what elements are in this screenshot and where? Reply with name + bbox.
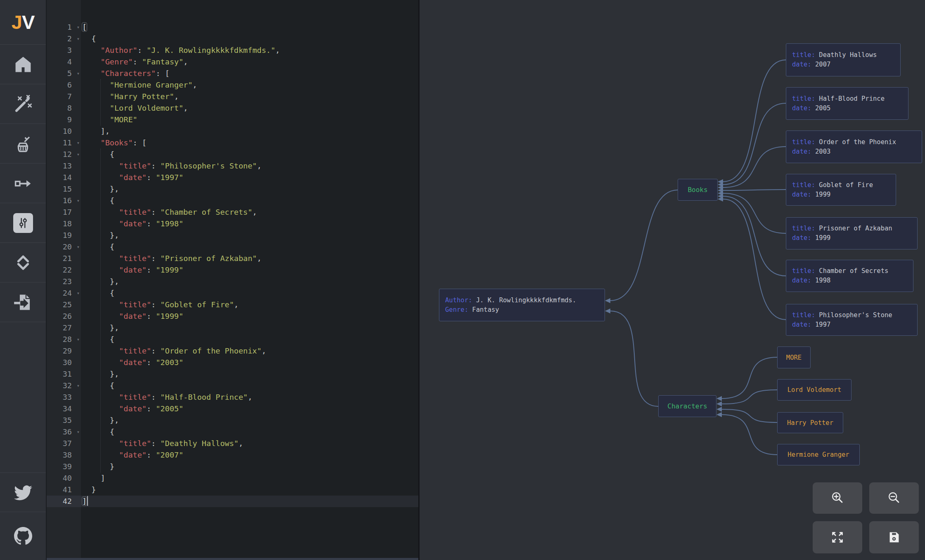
code-line-26[interactable]: "date": "1999" bbox=[81, 311, 418, 322]
code-line-21[interactable]: "title": "Prisoner of Azkaban", bbox=[81, 253, 418, 264]
arrowhead-icon bbox=[716, 401, 722, 406]
twitter-link[interactable] bbox=[0, 472, 46, 512]
node-book-deathly-hallows[interactable]: title: Deathly Hallowsdate: 2007 bbox=[786, 43, 901, 76]
code-line-27[interactable]: }, bbox=[81, 322, 418, 334]
adjustments-button[interactable] bbox=[0, 203, 46, 242]
code-line-39[interactable]: } bbox=[81, 461, 418, 472]
code-line-10[interactable]: ], bbox=[81, 126, 418, 137]
code-line-6[interactable]: "Hermione Granger", bbox=[81, 79, 418, 91]
code-line-29[interactable]: "title": "Order of the Phoenix", bbox=[81, 345, 418, 357]
code-line-13[interactable]: "title": "Philosopher's Stone", bbox=[81, 160, 418, 172]
code-line-24[interactable]: { bbox=[81, 287, 418, 299]
fold-arrow-icon[interactable]: ▾ bbox=[77, 149, 80, 160]
import-file-button[interactable] bbox=[0, 282, 46, 322]
code-line-34[interactable]: "date": "2005" bbox=[81, 403, 418, 415]
code-line-15[interactable]: }, bbox=[81, 183, 418, 195]
node-book-philosophers-stone[interactable]: title: Philosopher's Stonedate: 1997 bbox=[786, 304, 918, 336]
code-line-22[interactable]: "date": "1999" bbox=[81, 264, 418, 276]
code-line-11[interactable]: "Books": [ bbox=[81, 137, 418, 149]
fold-arrow-icon[interactable]: ▾ bbox=[77, 68, 80, 79]
code-line-35[interactable]: }, bbox=[81, 415, 418, 426]
code-line-7[interactable]: "Harry Potter", bbox=[81, 91, 418, 102]
node-character-harry-potter[interactable]: Harry Potter bbox=[777, 412, 843, 433]
code-line-30[interactable]: "date": "2003" bbox=[81, 357, 418, 368]
fold-arrow-icon[interactable]: ▾ bbox=[77, 380, 80, 391]
node-value: 2003 bbox=[811, 148, 831, 155]
zoom-out-button[interactable] bbox=[869, 482, 919, 514]
node-book-goblet-of-fire[interactable]: title: Goblet of Firedate: 1999 bbox=[786, 174, 896, 206]
fold-arrow-icon[interactable]: ▾ bbox=[77, 195, 80, 206]
json-string: "Prisoner of Azkaban" bbox=[160, 254, 257, 263]
code-line-36[interactable]: { bbox=[81, 426, 418, 438]
code-line-14[interactable]: "date": "1997" bbox=[81, 172, 418, 183]
node-row: Author: J. K. Rowlingkkkkfdkmfmds. bbox=[445, 296, 605, 305]
code-line-16[interactable]: { bbox=[81, 195, 418, 206]
fold-arrow-icon[interactable]: ▾ bbox=[77, 288, 80, 299]
node-root[interactable]: Author: J. K. Rowlingkkkkfdkmfmds.Genre:… bbox=[439, 289, 605, 321]
code-line-1[interactable]: [ bbox=[81, 21, 418, 33]
edge bbox=[722, 390, 777, 404]
code-line-33[interactable]: "title": "Half-Blood Prince", bbox=[81, 392, 418, 403]
code-line-5[interactable]: "Characters": [ bbox=[81, 68, 418, 79]
code-line-17[interactable]: "title": "Chamber of Secrets", bbox=[81, 206, 418, 218]
gutter-line-27: 27 bbox=[47, 322, 81, 334]
node-book-prisoner-of-azkaban[interactable]: title: Prisoner of Azkabandate: 1999 bbox=[786, 217, 918, 249]
home-button[interactable] bbox=[0, 44, 46, 84]
code-line-31[interactable]: }, bbox=[81, 368, 418, 380]
json-editor[interactable]: 1▾2▾345▾67891011▾12▾13141516▾17181920▾21… bbox=[47, 0, 420, 560]
node-characters[interactable]: Characters bbox=[658, 395, 716, 417]
fullscreen-button[interactable] bbox=[813, 521, 862, 553]
code-line-28[interactable]: { bbox=[81, 334, 418, 345]
json-punctuation: : bbox=[151, 346, 160, 355]
magic-wand-button[interactable] bbox=[0, 84, 46, 123]
node-character-more[interactable]: MORE bbox=[777, 346, 811, 368]
code-line-4[interactable]: "Genre": "Fantasy", bbox=[81, 56, 418, 68]
node-row: title: Chamber of Secrets bbox=[792, 266, 913, 276]
node-books[interactable]: Books bbox=[678, 179, 718, 201]
code-line-18[interactable]: "date": "1998" bbox=[81, 218, 418, 230]
code-line-38[interactable]: "date": "2007" bbox=[81, 449, 418, 461]
fold-arrow-icon[interactable]: ▾ bbox=[77, 427, 80, 437]
code-line-37[interactable]: "title": "Deathly Hallows", bbox=[81, 438, 418, 449]
github-link[interactable] bbox=[0, 512, 46, 560]
code-line-32[interactable]: { bbox=[81, 380, 418, 392]
code-line-19[interactable]: }, bbox=[81, 230, 418, 241]
node-label: Characters bbox=[667, 402, 707, 410]
node-character-lord-voldemort[interactable]: Lord Voldemort bbox=[777, 379, 851, 401]
arrowhead-icon bbox=[716, 396, 722, 401]
json-punctuation: [ bbox=[82, 23, 87, 31]
code-line-3[interactable]: "Author": "J. K. Rowlingkkkkfdkmfmds.", bbox=[81, 45, 418, 56]
node-value: Half-Blood Prince bbox=[815, 95, 885, 102]
code-line-25[interactable]: "title": "Goblet of Fire", bbox=[81, 299, 418, 311]
fold-arrow-icon[interactable]: ▾ bbox=[77, 242, 80, 252]
node-row: title: Half-Blood Prince bbox=[792, 94, 908, 104]
code-line-20[interactable]: { bbox=[81, 241, 418, 253]
jv-logo[interactable]: JV bbox=[0, 0, 46, 44]
code-line-42[interactable]: ] bbox=[81, 496, 418, 507]
code-line-8[interactable]: "Lord Voldemort", bbox=[81, 102, 418, 114]
code-line-2[interactable]: { bbox=[81, 33, 418, 45]
graph-panel[interactable]: Author: J. K. Rowlingkkkkfdkmfmds.Genre:… bbox=[420, 0, 925, 560]
node-book-chamber-of-secrets[interactable]: title: Chamber of Secretsdate: 1998 bbox=[786, 260, 913, 292]
edge bbox=[723, 193, 786, 233]
fold-arrow-icon[interactable]: ▾ bbox=[77, 33, 80, 44]
save-button[interactable] bbox=[869, 521, 919, 553]
editor-code-area[interactable]: [ { "Author": "J. K. Rowlingkkkkfdkmfmds… bbox=[81, 0, 418, 560]
code-line-9[interactable]: "MORE" bbox=[81, 114, 418, 126]
direction-arrow-button[interactable] bbox=[0, 163, 46, 203]
node-book-order-of-the-phoenix[interactable]: title: Order of the Phoenixdate: 2003 bbox=[786, 131, 922, 163]
code-line-12[interactable]: { bbox=[81, 149, 418, 160]
code-line-41[interactable]: } bbox=[81, 484, 418, 496]
fold-arrow-icon[interactable]: ▾ bbox=[77, 138, 80, 148]
code-line-23[interactable]: }, bbox=[81, 276, 418, 287]
fold-arrow-icon[interactable]: ▾ bbox=[77, 334, 80, 345]
json-string: "1999" bbox=[156, 266, 183, 274]
expand-collapse-button[interactable] bbox=[0, 242, 46, 282]
node-character-hermione-granger[interactable]: Hermione Granger bbox=[777, 444, 860, 465]
brush-button[interactable] bbox=[0, 123, 46, 163]
json-punctuation: , bbox=[192, 81, 197, 89]
zoom-in-button[interactable] bbox=[813, 482, 862, 514]
code-line-40[interactable]: ] bbox=[81, 472, 418, 484]
fold-arrow-icon[interactable]: ▾ bbox=[77, 22, 80, 33]
node-book-half-blood-prince[interactable]: title: Half-Blood Princedate: 2005 bbox=[786, 87, 908, 120]
